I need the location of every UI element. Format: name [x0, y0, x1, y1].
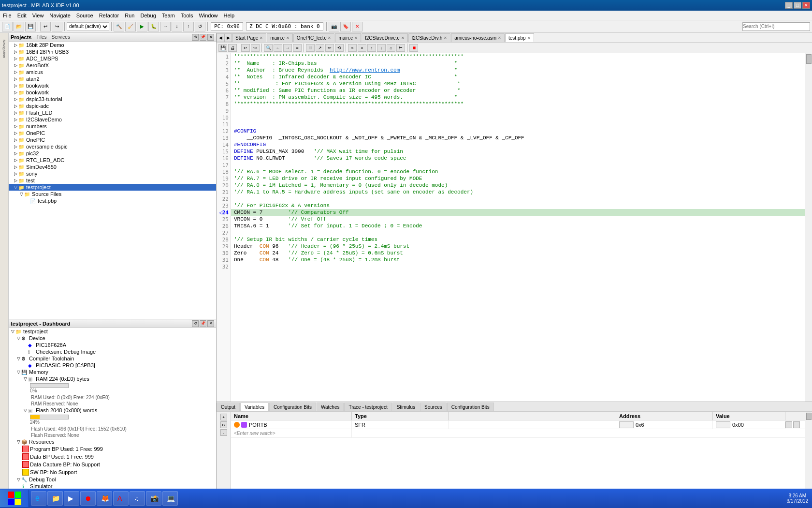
dash-debugtool-section[interactable]: ▽ 🔧 Debug Tool	[9, 476, 216, 483]
var-row-btn1[interactable]	[785, 421, 792, 428]
var-cell-new-watch[interactable]: <Enter new watch>	[231, 429, 352, 437]
search-input[interactable]	[742, 22, 810, 31]
tab-stimulus[interactable]: Stimulus	[392, 403, 420, 411]
undo-btn[interactable]: ↩	[40, 22, 51, 31]
dash-ram-label[interactable]: ▽ ▣ RAM 224 (0xE0) bytes	[9, 375, 216, 382]
tab-watches[interactable]: Watches	[317, 403, 344, 411]
tab-close-test[interactable]: ✕	[527, 36, 531, 40]
camera-btn[interactable]: 📷	[329, 22, 339, 31]
menu-run[interactable]: Run	[122, 12, 137, 19]
tree-item-aerobotx[interactable]: ▷ 📁 AeroBotX	[9, 62, 216, 69]
tab-nav-left[interactable]: ◀	[217, 33, 224, 42]
menu-team[interactable]: Team	[159, 12, 178, 19]
dash-device-section[interactable]: ▽ ⚙ Device	[9, 335, 216, 342]
tab-sources[interactable]: Sources	[420, 403, 447, 411]
tab-close-i2ch[interactable]: ✕	[444, 36, 447, 40]
reset-btn[interactable]: ↺	[195, 22, 205, 31]
save-btn[interactable]: 💾	[25, 22, 36, 31]
menu-help[interactable]: Help	[221, 12, 238, 19]
dash-chip[interactable]: ◆ PIC16F628A	[9, 342, 216, 348]
et-bp[interactable]: ⏸	[306, 44, 315, 52]
pin-icon[interactable]: 📌	[200, 34, 206, 41]
tab-nav-right[interactable]: ▶	[224, 33, 232, 42]
var-row-btn2[interactable]	[793, 421, 800, 428]
et-search-next[interactable]: →	[283, 44, 292, 52]
menu-edit[interactable]: Edit	[14, 12, 29, 19]
et-goto[interactable]: ↗	[316, 44, 324, 52]
tree-item-onepic2[interactable]: ▷ 📁 OnePIC	[9, 136, 216, 143]
files-tab[interactable]: Files	[36, 34, 46, 40]
tree-item-testproject[interactable]: ▽ 📁 testproject	[9, 184, 216, 191]
dash-pin-icon[interactable]: 📌	[200, 320, 206, 327]
dash-resources-section[interactable]: ▽ 📦 Resources	[9, 438, 216, 445]
add-watch-btn[interactable]: +	[220, 414, 227, 420]
et-refresh[interactable]: ⟲	[335, 44, 344, 52]
tab-variables[interactable]: Variables	[240, 403, 269, 411]
tab-close-start[interactable]: ✕	[260, 36, 263, 40]
new-btn[interactable]: 📄	[2, 22, 13, 31]
tab-start-page[interactable]: Start Page ✕	[232, 33, 266, 42]
close-button[interactable]: ✕	[802, 2, 810, 9]
et-left[interactable]: «	[348, 44, 357, 52]
menu-view[interactable]: View	[29, 12, 47, 19]
step-into-btn[interactable]: ↓	[172, 22, 182, 31]
menu-file[interactable]: File	[0, 12, 14, 19]
bottom-panel-scrollbar[interactable]	[805, 412, 812, 498]
menu-refactor[interactable]: Refactor	[96, 12, 122, 19]
code-content[interactable]: '***************************************…	[231, 53, 812, 402]
clean-btn[interactable]: 🧹	[125, 22, 136, 31]
et-search-prev[interactable]: ←	[274, 44, 282, 52]
tab-config-bits[interactable]: Configuration Bits	[269, 403, 316, 411]
tree-item-oversample[interactable]: ▷ 📁 oversample dspic	[9, 143, 216, 150]
et-match[interactable]: ≡	[293, 44, 302, 52]
tree-item-bookwork1[interactable]: ▷ 📁 bookwork	[9, 82, 216, 89]
taskbar-firefox[interactable]: 🦊	[97, 491, 112, 506]
et-end[interactable]: ⊢	[396, 44, 405, 52]
tab-trace[interactable]: Trace - testproject	[344, 403, 392, 411]
step-over-btn[interactable]: →	[160, 22, 171, 31]
bottom-scroll-thumb[interactable]	[806, 413, 812, 420]
tree-item-amicus[interactable]: ▷ 📁 amicus	[9, 69, 216, 75]
et-up[interactable]: ↑	[367, 44, 376, 52]
taskbar-music[interactable]: ♫	[130, 491, 145, 506]
tree-item-16bit28p[interactable]: ▷ 📁 16bit 28P Demo	[9, 42, 216, 48]
debug-btn[interactable]: 🐛	[148, 22, 159, 31]
taskbar-explorer[interactable]: 📁	[47, 491, 63, 506]
et-stop[interactable]: ⏹	[409, 44, 418, 52]
dash-close-icon[interactable]: ✕	[207, 320, 214, 327]
tree-item-sourcefiles[interactable]: ▽ 📁 Source Files	[9, 191, 216, 197]
taskbar-acrobat[interactable]: A	[113, 491, 129, 506]
val-edit-btn[interactable]	[716, 421, 730, 428]
taskbar-app1[interactable]: 📸	[146, 491, 161, 506]
open-btn[interactable]: 📂	[14, 22, 24, 31]
tree-item-bookwork2[interactable]: ▷ 📁 bookwork	[9, 89, 216, 96]
tree-item-16bit28pin[interactable]: ▷ 📁 16Bit 28Pin USB3	[9, 48, 216, 55]
vertical-scrollbar[interactable]	[805, 53, 812, 402]
tree-item-dspic33[interactable]: ▷ 📁 dspic33-tutorial	[9, 96, 216, 103]
et-right[interactable]: »	[358, 44, 366, 52]
taskbar-ie[interactable]: e	[31, 491, 46, 506]
step-out-btn[interactable]: ↑	[183, 22, 194, 31]
dash-memory-section[interactable]: ▽ 💾 Memory	[9, 369, 216, 375]
tree-item-flashled[interactable]: ▷ 📁 Flash_LED	[9, 109, 216, 116]
et-print[interactable]: 🖨	[228, 44, 237, 52]
redo-btn[interactable]: ↪	[52, 22, 62, 31]
services-tab[interactable]: Services	[52, 34, 70, 40]
tree-item-rtc[interactable]: ▷ 📁 RTC_LED_ADC	[9, 157, 216, 164]
et-search[interactable]: 🔍	[264, 44, 273, 52]
dash-compiler-section[interactable]: ▽ ⚙ Compiler Toolchain	[9, 355, 216, 362]
tab-output[interactable]: Output	[217, 403, 240, 411]
et-save[interactable]: 💾	[218, 44, 227, 52]
tab-onepic-lcd[interactable]: OnePIC_lcd.c ✕	[293, 33, 335, 42]
tab-main-c[interactable]: main.c ✕	[267, 33, 292, 42]
et-redo[interactable]: ↪	[251, 44, 260, 52]
tree-item-onepic1[interactable]: ▷ 📁 OnePIC	[9, 130, 216, 136]
scroll-thumb[interactable]	[806, 54, 812, 64]
tree-item-atan2[interactable]: ▷ 📁 atan2	[9, 75, 216, 82]
tree-item-test[interactable]: ▷ 📁 test	[9, 177, 216, 184]
menu-window[interactable]: Window	[196, 12, 220, 19]
tree-item-simdev[interactable]: ▷ 📁 SimDev4550	[9, 164, 216, 170]
tree-item-testpbp[interactable]: 📄 test.pbp	[9, 197, 216, 204]
build-btn[interactable]: 🔨	[114, 22, 124, 31]
tab-i2cslave-drive[interactable]: I2CSlaveDrive.c ✕	[362, 33, 408, 42]
